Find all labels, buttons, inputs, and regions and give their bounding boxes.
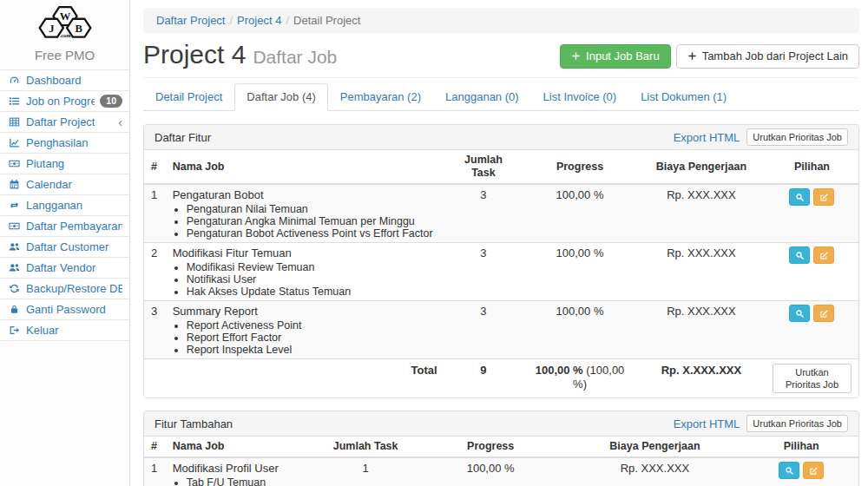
breadcrumb-separator: / (286, 14, 289, 27)
panel-title: Daftar Fitur (155, 130, 211, 145)
edit-job-button[interactable] (813, 246, 834, 264)
subtask-item: Report Effort Factor (187, 332, 437, 344)
row-number: 3 (144, 301, 166, 359)
jumlah-task-cell: 3 (444, 243, 523, 301)
biaya-cell: Rp. XXX.XXX (637, 184, 766, 243)
edit-job-button[interactable] (813, 305, 834, 322)
col-header-: # (144, 150, 166, 184)
sidebar: W J B .com Free PMO DashboardJob on Prog… (0, 0, 130, 486)
tab-pembayaran-2[interactable]: Pembayaran (2) (328, 83, 433, 111)
panel-fitur-tambahan: Fitur TambahanExport HTMLUrutkan Priorit… (143, 410, 859, 486)
input-job-baru-button[interactable]: Input Job Baru (560, 44, 671, 69)
money-icon (7, 220, 21, 232)
progress-cell: 100,00 % (523, 184, 637, 243)
total-progress-value: 100,00 % (536, 364, 583, 377)
brand-text: Free PMO (0, 44, 129, 69)
total-pilihan-cell: Urutkan Prioritas Job (766, 359, 858, 398)
app: W J B .com Free PMO DashboardJob on Prog… (0, 0, 868, 486)
breadcrumb: Daftar Project/Project 4/Detail Project (143, 8, 859, 33)
job-name: Modifikasi Profil User (173, 462, 309, 476)
sidebar-item-backup-restore-db[interactable]: Backup/Restore DB (0, 279, 129, 299)
chart-line-icon (7, 137, 21, 148)
pilihan-cell (744, 457, 858, 486)
search-icon (795, 193, 805, 202)
sidebar-item-label: Calendar (26, 178, 122, 191)
tab-list-invoice-0[interactable]: List Invoice (0) (531, 83, 629, 111)
progress-cell: 100,00 % (416, 457, 566, 486)
sidebar-item-penghasilan[interactable]: Penghasilan (0, 133, 129, 154)
subtask-item: Modifikasi Review Temuan (187, 261, 437, 273)
row-actions (773, 305, 852, 322)
subtask-item: Tab F/U Temuan (187, 476, 309, 486)
pilihan-cell (766, 243, 858, 301)
search-icon (795, 309, 805, 319)
edit-icon (819, 309, 829, 319)
view-job-button[interactable] (789, 188, 810, 206)
col-header-pilihan: Pilihan (744, 437, 858, 457)
row-actions (773, 246, 852, 264)
users-icon (7, 262, 21, 273)
list-icon (7, 95, 21, 107)
sidebar-item-keluar[interactable]: Keluar (0, 320, 129, 341)
sidebar-item-job-on-progress[interactable]: Job on Progress10 (0, 91, 129, 112)
col-header-nama-job: Nama Job (166, 437, 316, 457)
tambah-job-dari-project-lain-button[interactable]: Tambah Job dari Project Lain (676, 44, 859, 69)
edit-job-button[interactable] (803, 462, 824, 479)
table-header-row: #Nama JobJumlah TaskProgressBiaya Penger… (144, 150, 858, 184)
svg-text:J: J (49, 23, 54, 35)
breadcrumb-link-daftar-project[interactable]: Daftar Project (156, 14, 225, 27)
sidebar-item-calendar[interactable]: Calendar (0, 174, 129, 195)
sidebar-item-label: Dashboard (26, 74, 122, 87)
view-job-button[interactable] (779, 462, 799, 479)
subtask-item: Hak Akses Update Status Temuan (187, 286, 437, 298)
chevron-left-icon: ‹ (118, 116, 122, 128)
plus-icon (571, 51, 581, 61)
col-header-: # (144, 437, 166, 457)
button-label: Input Job Baru (586, 49, 660, 63)
export-html-link[interactable]: Export HTML (674, 130, 740, 145)
sort-priority-button[interactable]: Urutkan Prioritas Job (746, 415, 848, 432)
export-html-link[interactable]: Export HTML (674, 417, 740, 431)
panel-daftar-fitur: Daftar FiturExport HTMLUrutkan Prioritas… (143, 124, 859, 398)
breadcrumb-link-project-4[interactable]: Project 4 (237, 14, 281, 27)
sort-priority-button[interactable]: Urutkan Prioritas Job (746, 128, 848, 146)
search-icon (795, 251, 805, 260)
total-row: Total9100,00 % (100,00 %)Rp. X.XXX.XXXUr… (144, 359, 858, 398)
tab-detail-project[interactable]: Detail Project (143, 83, 234, 111)
tab-list-dokumen-1[interactable]: List Dokumen (1) (628, 83, 739, 111)
page-subtitle: Daftar Job (253, 47, 337, 67)
job-name-cell: Summary ReportReport Activeness PointRep… (166, 301, 444, 359)
sidebar-item-daftar-customer[interactable]: Daftar Customer (0, 237, 129, 258)
table-row: 1Pengaturan BobotPengaturan Nilai Temuan… (144, 184, 858, 243)
total-jumlah-task: 9 (444, 359, 523, 398)
sidebar-item-daftar-project[interactable]: Daftar Project‹ (0, 112, 129, 133)
sort-priority-button[interactable]: Urutkan Prioritas Job (773, 364, 852, 393)
tab-daftar-job-4[interactable]: Daftar Job (4) (234, 83, 327, 111)
sidebar-item-daftar-pembayaran[interactable]: Daftar Pembayaran (0, 216, 129, 237)
sidebar-item-piutang[interactable]: Piutang (0, 154, 129, 174)
retweet-icon (7, 200, 21, 211)
row-actions (773, 188, 852, 206)
sidebar-item-ganti-password[interactable]: Ganti Password (0, 299, 129, 320)
svg-text:W: W (59, 10, 70, 23)
svg-text:B: B (75, 23, 82, 35)
sidebar-item-daftar-vendor[interactable]: Daftar Vendor (0, 258, 129, 279)
table-row: 2Modifikasi Fitur TemuanModifikasi Revie… (144, 243, 858, 301)
col-header-nama-job: Nama Job (166, 150, 444, 184)
sidebar-item-label: Daftar Customer (26, 240, 122, 253)
page-header: Project 4Daftar Job Input Job BaruTambah… (143, 40, 859, 78)
sidebar-item-dashboard[interactable]: Dashboard (0, 70, 129, 91)
sidebar-item-langganan[interactable]: Langganan (0, 195, 129, 216)
panel-heading: Fitur TambahanExport HTMLUrutkan Priorit… (144, 411, 858, 437)
job-table: #Nama JobJumlah TaskProgressBiaya Penger… (144, 437, 858, 486)
view-job-button[interactable] (789, 246, 810, 264)
breadcrumb-separator: / (229, 14, 233, 27)
job-name: Pengaturan Bobot (173, 188, 437, 202)
tab-langganan-0[interactable]: Langganan (0) (433, 83, 531, 111)
progress-cell: 100,00 % (523, 301, 637, 359)
total-empty-cell (144, 359, 166, 398)
edit-job-button[interactable] (813, 188, 834, 206)
view-job-button[interactable] (789, 305, 810, 322)
col-header-progress: Progress (416, 437, 566, 457)
jumlah-task-cell: 3 (444, 301, 523, 359)
